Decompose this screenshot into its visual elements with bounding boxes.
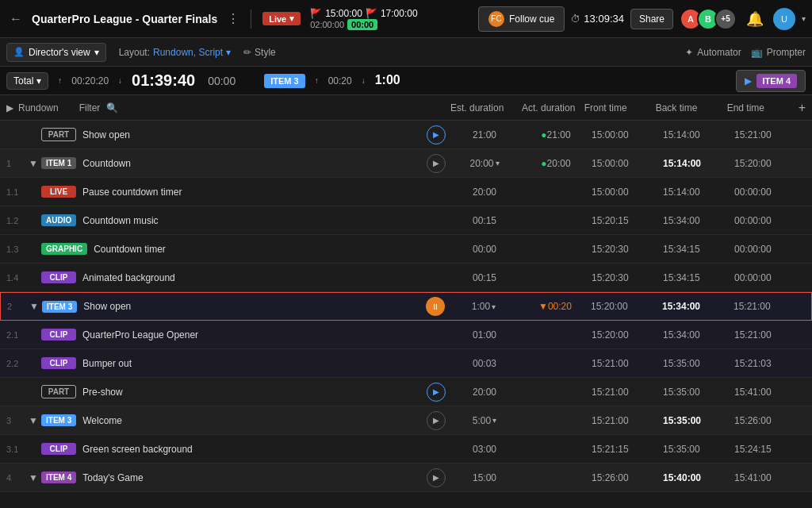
- act-duration: ●21:00: [520, 129, 592, 140]
- menu-dots-icon[interactable]: ⋮: [227, 11, 239, 26]
- automator-button[interactable]: ✦ Automator: [685, 47, 741, 58]
- back-time: 15:34:15: [663, 272, 734, 283]
- expand-icon[interactable]: ▼: [29, 301, 42, 312]
- row-title: Green screen background: [82, 444, 427, 455]
- timing-bar: Total ▾ ↑ 00:20:20 ↓ 01:39:40 00:00 ITEM…: [0, 67, 812, 95]
- table-row[interactable]: PARTPre-show▶20:0015:21:0015:35:0015:41:…: [0, 378, 812, 406]
- row-play-button[interactable]: ▶: [427, 125, 449, 144]
- row-title: Countdown timer: [94, 244, 427, 255]
- clock-time: 13:09:34: [584, 13, 624, 25]
- row-badge: PART: [41, 128, 76, 141]
- end-time: 15:24:15: [734, 444, 806, 455]
- notification-button[interactable]: 🔔: [743, 7, 767, 31]
- expand-icon[interactable]: ▼: [29, 472, 41, 483]
- expand-icon[interactable]: ▼: [29, 415, 41, 426]
- back-time: 15:35:00: [663, 387, 734, 398]
- end-time: 15:21:00: [733, 301, 805, 312]
- row-number: 2: [7, 302, 29, 311]
- row-number: 1.2: [6, 216, 29, 225]
- style-label: Style: [255, 47, 276, 58]
- table-row[interactable]: PARTShow open▶21:00●21:0015:00:0015:14:0…: [0, 121, 812, 149]
- live-badge[interactable]: Live ▾: [262, 12, 301, 25]
- total-chevron: ▾: [36, 75, 41, 87]
- play-circle-icon: ▶: [427, 411, 446, 430]
- layout-button[interactable]: Layout: Rundown, Script ▾: [116, 44, 234, 61]
- follow-cue-button[interactable]: FC Follow cue: [478, 6, 565, 32]
- back-time: 15:34:00: [662, 301, 733, 312]
- table-row[interactable]: 3▼ITEM 3Welcome▶5:00▾15:21:0015:35:0015:…: [0, 406, 812, 435]
- total-button[interactable]: Total ▾: [6, 72, 48, 90]
- col-rundown: ▶ Rundown Filter 🔍: [6, 102, 276, 114]
- end-time: 15:21:00: [734, 329, 806, 341]
- est-duration: 00:00: [449, 244, 520, 255]
- row-play-button[interactable]: ▶: [427, 383, 449, 402]
- table-row[interactable]: 2.1CLIPQuarterPro League Opener01:0015:2…: [0, 321, 812, 349]
- row-play-button[interactable]: ▶: [427, 154, 449, 173]
- row-badge: AUDIO: [41, 214, 76, 226]
- est-duration: 20:00: [449, 387, 520, 398]
- prompter-label: Prompter: [767, 47, 806, 58]
- next-play-icon: ▶: [745, 75, 752, 87]
- row-title: Welcome: [82, 415, 427, 426]
- table-body: PARTShow open▶21:00●21:0015:00:0015:14:0…: [0, 121, 812, 508]
- second-bar: 👤 Director's view ▾ Layout: Rundown, Scr…: [0, 38, 812, 67]
- back-time: 15:34:00: [663, 329, 734, 341]
- automator-icon: ✦: [685, 47, 693, 58]
- front-time: 15:26:00: [592, 472, 663, 483]
- end-time: 00:00:00: [734, 272, 806, 283]
- front-time: 15:00:00: [592, 129, 663, 140]
- avatar-plus: +5: [714, 8, 737, 30]
- search-icon[interactable]: 🔍: [106, 102, 118, 114]
- user-avatar[interactable]: U: [773, 8, 795, 30]
- est-duration: 20:00: [449, 187, 520, 198]
- act-duration: ▼00:20: [519, 301, 591, 312]
- table-row[interactable]: 1.3GRAPHICCountdown timer00:0015:20:3015…: [0, 235, 812, 264]
- expand-icon[interactable]: ▼: [29, 158, 41, 169]
- front-time: 15:20:15: [592, 215, 663, 226]
- total-label: Total: [13, 75, 33, 87]
- back-button[interactable]: ←: [6, 9, 25, 29]
- style-icon: ✏: [243, 47, 251, 58]
- row-play-button[interactable]: ▶: [427, 468, 449, 487]
- row-badge: CLIP: [41, 271, 76, 283]
- prompter-button[interactable]: 📺 Prompter: [751, 47, 806, 58]
- back-time: 15:35:00: [663, 415, 734, 426]
- row-play-button[interactable]: ▶: [427, 411, 449, 430]
- directors-view-icon: 👤: [13, 47, 25, 57]
- row-badge: CLIP: [41, 357, 76, 369]
- share-button[interactable]: Share: [630, 9, 673, 29]
- user-chevron-icon[interactable]: ▾: [802, 14, 806, 23]
- table-row[interactable]: 1▼ITEM 1Countdown▶20:00▾●20:0015:00:0015…: [0, 149, 812, 178]
- row-title: Countdown: [82, 158, 427, 169]
- up-arrow-icon: ↑: [58, 76, 62, 85]
- separator: [251, 10, 251, 29]
- next-item-button[interactable]: ▶ ITEM 4: [736, 70, 806, 92]
- table-row[interactable]: 3.1CLIPGreen screen background03:0015:21…: [0, 435, 812, 464]
- item-up-icon: ↑: [315, 76, 319, 85]
- end-time: 00:00:00: [734, 215, 806, 226]
- end-time: 15:21:00: [734, 129, 806, 140]
- directors-view-button[interactable]: 👤 Director's view ▾: [6, 43, 106, 62]
- table-row[interactable]: 2▼ITEM 3Show open⏸1:00▾▼00:2015:20:0015:…: [0, 292, 812, 321]
- back-time: 15:34:15: [663, 244, 734, 255]
- table-row[interactable]: 2.2CLIPBumper out00:0315:21:0015:35:0015…: [0, 349, 812, 378]
- elapsed-zero: 00:00: [347, 19, 377, 30]
- table-row[interactable]: 1.1LIVEPause countdown timer20:0015:00:0…: [0, 178, 812, 206]
- row-number: 2.1: [6, 330, 29, 340]
- prompter-icon: 📺: [751, 47, 763, 58]
- table-row[interactable]: 1.4CLIPAnimated background00:1515:20:301…: [0, 264, 812, 292]
- add-column-button[interactable]: +: [799, 101, 806, 115]
- style-button[interactable]: ✏ Style: [243, 47, 276, 58]
- est-duration: 1:00▾: [448, 301, 519, 312]
- row-play-button[interactable]: ⏸: [426, 297, 448, 316]
- table-row[interactable]: 4▼ITEM 4Today's Game▶15:0015:26:0015:40:…: [0, 464, 812, 492]
- row-number: 3.1: [6, 444, 29, 454]
- col-end-header: End time: [727, 102, 799, 114]
- automator-label: Automator: [697, 47, 741, 58]
- down-arrow-icon: ↓: [118, 76, 122, 85]
- row-number: 4: [6, 473, 29, 483]
- back-time: 15:14:00: [663, 129, 734, 140]
- est-duration: 20:00▾: [449, 158, 520, 169]
- table-row[interactable]: 1.2AUDIOCountdown music00:1515:20:1515:3…: [0, 206, 812, 235]
- est-duration: 00:15: [449, 272, 520, 283]
